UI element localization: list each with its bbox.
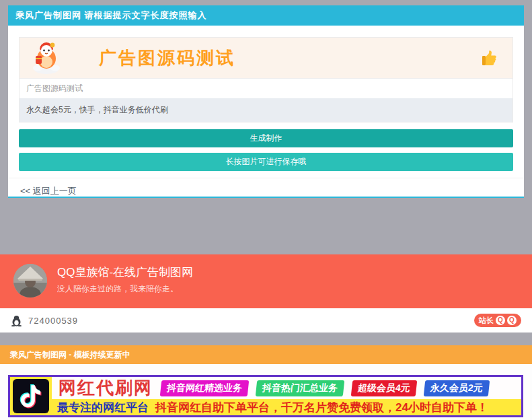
footer-notice-bar: 乘风广告制图网 - 模板持续更新中 [0,345,532,364]
tiktok-note-icon [13,379,49,413]
ad-preview-card: 广告图源码测试 [19,37,513,123]
ad-tagline: 最专注的网红平台 [57,400,149,415]
qq-bar: 724000539 站长 Q Q [0,308,532,332]
qq-mascot-icon [29,41,64,75]
ad-preview-header: 广告图源码测试 [20,38,512,78]
back-row: << 返回上一页 [8,178,524,203]
footer-notice: 乘风广告制图网 - 模板持续更新中 [10,350,130,359]
ad-bottom-row: 最专注的网红平台 抖音网红自助下单平台，千万名片赞免费领取，24小时自助下单！ [52,399,521,415]
topbar: 乘风广告制图网 请根据提示文字长度按照输入 [8,5,524,26]
profile-motto: 没人陪你走过的路，我来陪你走。 [57,283,178,295]
webmaster-qq-badge[interactable]: 站长 Q Q [474,314,521,327]
ad-bottom-text: 抖音网红自助下单平台，千万名片赞免费领取，24小时自助下单！ [155,400,488,415]
topbar-title: 乘风广告制图网 请根据提示文字长度按照输入 [15,10,207,20]
qq-penguin-icon [11,315,22,326]
back-link[interactable]: << 返回上一页 [20,186,77,196]
q-circle: Q [507,316,517,325]
ad-button-douyin-hot[interactable]: 抖音热门汇总业务 [256,380,345,396]
ad-button-douyin-featured[interactable]: 抖音网红精选业务 [160,380,250,396]
save-tip-button[interactable]: 长按图片可进行保存哦 [19,153,513,171]
q-circle: Q [496,316,505,325]
generate-button[interactable]: 生成制作 [19,129,513,147]
title-input[interactable] [20,78,512,98]
content-input[interactable] [20,98,512,122]
ad-preview-title: 广告图源码测试 [99,46,235,70]
badge-label: 站长 [479,316,494,326]
qq-number: 724000539 [28,316,78,326]
generator-panel: 乘风广告制图网 请根据提示文字长度按照输入 [8,5,524,198]
ad-content: 网红代刷网 抖音网红精选业务 抖音热门汇总业务 超级会员4元 永久会员2元 最专… [52,377,521,415]
page: 乘风广告制图网 请根据提示文字长度按照输入 [0,0,532,420]
thumbs-up-icon [479,48,499,68]
ad-brand: 网红代刷网 [59,376,153,400]
ad-top-row: 网红代刷网 抖音网红精选业务 抖音热门汇总业务 超级会员4元 永久会员2元 [52,377,521,399]
straw-hat-avatar [13,264,47,298]
ad-button-permanent-member[interactable]: 永久会员2元 [424,380,490,396]
ad-banner[interactable]: 网红代刷网 抖音网红精选业务 抖音热门汇总业务 超级会员4元 永久会员2元 最专… [8,375,523,417]
profile-name: QQ皇族馆-在线广告制图网 [57,265,193,280]
ad-button-super-member[interactable]: 超级会员4元 [351,380,417,396]
profile-banner: QQ皇族馆-在线广告制图网 没人陪你走过的路，我来陪你走。 [0,254,532,308]
